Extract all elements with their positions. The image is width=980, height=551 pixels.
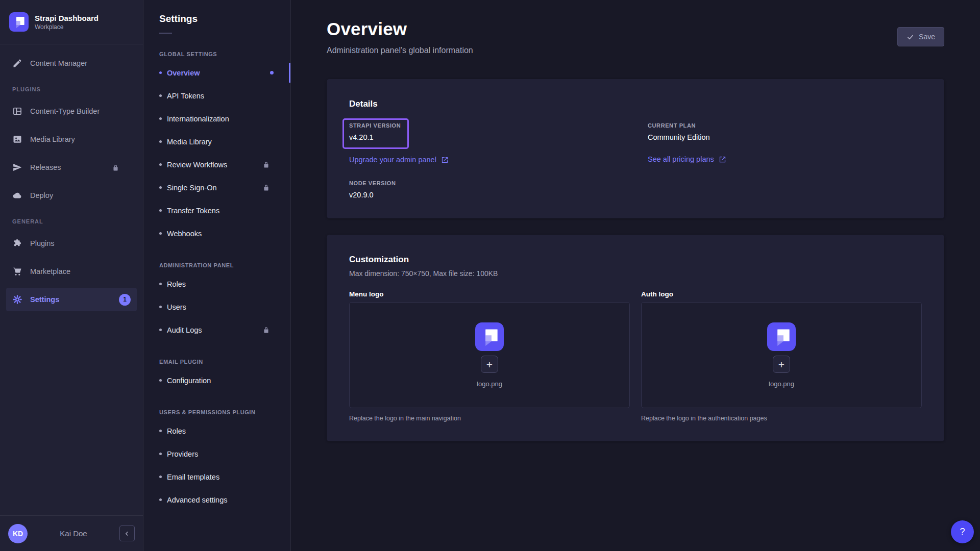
help-button[interactable]: ?: [951, 520, 974, 543]
strapi-version-field: STRAPI VERSION v4.20.1: [349, 122, 401, 141]
avatar[interactable]: KD: [8, 524, 28, 543]
cloud-icon: [12, 190, 22, 201]
menu-logo-label: Menu logo: [349, 290, 630, 298]
external-link-icon: [719, 156, 726, 163]
workspace-header[interactable]: Strapi Dashboard Workplace: [0, 0, 143, 44]
sidebar-item-label: Media Library: [30, 135, 75, 143]
subnav-item-email-templates[interactable]: Email templates: [143, 465, 290, 488]
sidebar-item-label: Releases: [30, 163, 61, 171]
subnav-item-label: Webhooks: [167, 230, 202, 238]
subnav-item-single-sign-on[interactable]: Single Sign-On: [143, 176, 290, 199]
subnav-item-media-library[interactable]: Media Library: [143, 130, 290, 153]
sidebar-item-label: Content-Type Builder: [30, 107, 100, 115]
subnav-item-audit-logs[interactable]: Audit Logs: [143, 318, 290, 341]
sidebar-item-content-manager[interactable]: Content Manager: [6, 52, 137, 75]
notification-dot: [270, 71, 274, 74]
sidebar-item-releases[interactable]: Releases: [6, 156, 137, 179]
main-content: Overview Administration panel's global i…: [291, 0, 980, 551]
sidebar-section-general: GENERAL: [12, 218, 131, 224]
user-name: Kai Doe: [33, 529, 114, 538]
subnav-item-roles[interactable]: Roles: [143, 419, 290, 442]
menu-logo-upload[interactable]: + logo.png: [349, 302, 630, 408]
current-plan-value: Community Edition: [648, 133, 922, 141]
subnav-item-label: Email templates: [167, 473, 219, 481]
cart-icon: [12, 266, 22, 277]
subnav-item-overview[interactable]: Overview: [143, 61, 290, 84]
node-version-label: NODE VERSION: [349, 180, 623, 186]
workspace-name: Workplace: [35, 23, 99, 31]
sidebar-item-settings[interactable]: Settings1: [6, 288, 137, 311]
subnav-item-label: Users: [167, 303, 186, 311]
customization-constraints: Max dimension: 750×750, Max file size: 1…: [349, 269, 922, 278]
subnav-item-api-tokens[interactable]: API Tokens: [143, 84, 290, 107]
customization-card: Customization Max dimension: 750×750, Ma…: [327, 235, 944, 441]
subnav-item-advanced-settings[interactable]: Advanced settings: [143, 488, 290, 511]
sidebar-item-deploy[interactable]: Deploy: [6, 184, 137, 207]
app-title: Strapi Dashboard: [35, 13, 99, 23]
auth-logo-help: Replace the logo in the authentication p…: [641, 415, 922, 422]
subnav-item-webhooks[interactable]: Webhooks: [143, 222, 290, 245]
collapse-sidebar-button[interactable]: [119, 525, 135, 541]
sidebar-item-label: Deploy: [30, 191, 53, 199]
sidebar-item-marketplace[interactable]: Marketplace: [6, 260, 137, 283]
sidebar-item-content-type-builder[interactable]: Content-Type Builder: [6, 99, 137, 123]
layout-icon: [12, 106, 22, 116]
subnav-item-roles[interactable]: Roles: [143, 272, 290, 295]
page-subtitle: Administration panel's global informatio…: [327, 46, 473, 55]
details-card: Details STRAPI VERSION v4.20.1 Upgrade y…: [327, 79, 944, 218]
strapi-version-value: v4.20.1: [349, 133, 401, 141]
pricing-plans-link[interactable]: See all pricing plans: [648, 155, 726, 163]
subnav-item-label: Advanced settings: [167, 496, 228, 504]
subnav-item-review-workflows[interactable]: Review Workflows: [143, 153, 290, 176]
upgrade-admin-panel-link[interactable]: Upgrade your admin panel: [349, 156, 449, 164]
subnav-item-label: Review Workflows: [167, 161, 227, 169]
chevron-left-icon: [124, 530, 131, 537]
puzzle-icon: [12, 238, 22, 248]
subnav-item-label: Single Sign-On: [167, 184, 217, 192]
add-logo-button[interactable]: +: [773, 356, 790, 373]
subnav-item-users[interactable]: Users: [143, 295, 290, 318]
subnav-section-email-plugin: EMAIL PLUGIN: [159, 359, 275, 365]
sidebar-item-label: Marketplace: [30, 267, 70, 276]
save-button[interactable]: Save: [897, 27, 944, 46]
page-title: Overview: [327, 19, 473, 39]
subnav-divider: [159, 33, 172, 34]
subnav-item-label: Media Library: [167, 138, 212, 146]
strapi-logo-icon: [9, 12, 29, 32]
lock-icon: [112, 164, 119, 171]
subnav-item-label: Roles: [167, 280, 186, 288]
auth-logo-label: Auth logo: [641, 290, 922, 298]
sidebar-item-label: Plugins: [30, 239, 55, 247]
subnav-item-label: Transfer Tokens: [167, 207, 219, 215]
lock-icon: [262, 161, 270, 168]
sidebar-item-media-library[interactable]: Media Library: [6, 128, 137, 151]
user-bar: KD Kai Doe: [0, 515, 143, 551]
strapi-logo-icon: [475, 322, 504, 351]
add-logo-button[interactable]: +: [481, 356, 498, 373]
subnav-item-label: Configuration: [167, 377, 211, 385]
page-header: Overview Administration panel's global i…: [327, 19, 944, 55]
node-version-value: v20.9.0: [349, 191, 623, 199]
subnav-item-providers[interactable]: Providers: [143, 442, 290, 465]
auth-logo-upload[interactable]: + logo.png: [641, 302, 922, 408]
notification-badge: 1: [119, 294, 131, 306]
subnav-item-label: Audit Logs: [167, 326, 202, 334]
current-plan-field: CURRENT PLAN Community Edition: [648, 122, 922, 141]
main-navigation: Content ManagerPLUGINSContent-Type Build…: [0, 44, 143, 515]
pen-icon: [12, 58, 22, 68]
subnav-item-transfer-tokens[interactable]: Transfer Tokens: [143, 199, 290, 222]
main-sidebar: Strapi Dashboard Workplace Content Manag…: [0, 0, 143, 551]
paper-plane-icon: [12, 162, 22, 172]
menu-logo-help: Replace the logo in the main navigation: [349, 415, 630, 422]
subnav-section-global-settings: GLOBAL SETTINGS: [159, 51, 275, 57]
subnav-item-label: Roles: [167, 427, 186, 435]
image-icon: [12, 134, 22, 144]
subnav-item-internationalization[interactable]: Internationalization: [143, 107, 290, 130]
subnav-title: Settings: [143, 13, 290, 24]
sidebar-section-plugins: PLUGINS: [12, 86, 131, 92]
logo-filename: logo.png: [769, 380, 794, 388]
sidebar-item-plugins[interactable]: Plugins: [6, 232, 137, 255]
logo-filename: logo.png: [477, 380, 502, 388]
sidebar-item-label: Content Manager: [30, 59, 87, 67]
subnav-item-configuration[interactable]: Configuration: [143, 369, 290, 392]
